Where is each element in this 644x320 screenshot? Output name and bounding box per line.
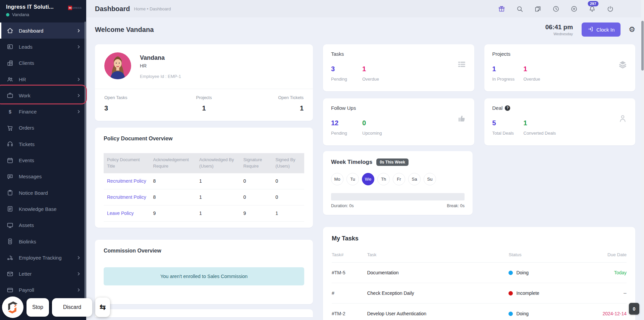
policy-cell: 1 xyxy=(196,205,240,221)
plus-circle-icon xyxy=(571,5,578,12)
sidebar-item-events[interactable]: Events xyxy=(0,152,86,168)
sidebar-item-label: Payroll xyxy=(19,287,34,293)
clock-button[interactable] xyxy=(552,5,559,12)
chevron-right-icon xyxy=(76,256,81,260)
sidebar-item-payroll[interactable]: Payroll xyxy=(0,282,86,298)
power-button[interactable] xyxy=(607,5,614,12)
sidebar-item-clients[interactable]: Clients xyxy=(0,55,86,71)
calendar-icon xyxy=(7,157,13,164)
swap-button[interactable]: ⇆ xyxy=(95,298,110,317)
sidebar-item-work[interactable]: Work xyxy=(0,87,86,103)
profile-name: Vandana xyxy=(140,54,181,61)
day-circle-mo[interactable]: Mo xyxy=(331,173,343,185)
sidebar-item-biolinks[interactable]: Biolinks xyxy=(0,233,86,249)
task-status: Doing xyxy=(508,311,591,316)
page-scrollbar[interactable] xyxy=(641,0,644,320)
stat-label: Open Tickets xyxy=(237,95,304,100)
sidebar-item-employee-tracking[interactable]: Employee Tracking xyxy=(0,249,86,266)
profile-info: Vandana HR Employee Id : EMP-1 xyxy=(140,54,181,79)
task-row[interactable]: #TM-5DocumentationDoingToday xyxy=(332,263,627,283)
sidebar-item-finance[interactable]: $Finance xyxy=(0,103,86,120)
chat-icon xyxy=(7,173,13,180)
page-scrollbar-thumb[interactable] xyxy=(641,21,644,71)
policy-cell: 1 xyxy=(272,205,304,221)
sidebar: Ingress IT Soluti... Vandana INGRESS Das… xyxy=(0,0,86,320)
floating-counter-badge[interactable]: 0 xyxy=(629,303,639,315)
profile-stats: Open Tasks3Projects1Open Tickets1 xyxy=(95,89,313,121)
metric-value: 1 xyxy=(524,119,556,127)
timelogs-days: MoTuWeThFrSaSu xyxy=(331,173,465,185)
sidebar-item-letter[interactable]: Letter xyxy=(0,266,86,282)
policy-document-link[interactable]: Recruitment Policy xyxy=(104,173,150,189)
metric-label: Total Deals xyxy=(492,131,524,136)
stop-button[interactable]: Stop xyxy=(26,298,49,317)
policy-document-link[interactable]: Leave Policy xyxy=(104,205,150,221)
policy-table-row: Recruitment Policy8100 xyxy=(104,189,304,205)
day-circle-we[interactable]: We xyxy=(362,173,374,185)
sidebar-item-knowledge-base[interactable]: Knowledge Base xyxy=(0,201,86,217)
sidebar-scrollbar[interactable] xyxy=(85,21,86,304)
hexagon-logo-icon xyxy=(6,301,19,314)
bell-button[interactable]: 297 xyxy=(589,5,596,12)
gear-icon[interactable]: ⚙ xyxy=(629,26,635,33)
envelope-icon xyxy=(7,271,13,277)
week-timelogs-card: Week Timelogs 0s This Week MoTuWeThFrSaS… xyxy=(323,151,473,215)
plus-circle-button[interactable] xyxy=(571,5,578,12)
bell-icon xyxy=(589,5,596,12)
timelogs-week-badge: 0s This Week xyxy=(376,158,409,166)
policy-cell: 0 xyxy=(240,173,272,189)
right-column: Tasks3Pending1OverdueProjects1In Progres… xyxy=(323,44,635,320)
policy-cell: 0 xyxy=(272,189,304,205)
thumb-up-icon xyxy=(457,114,466,123)
current-time: 06:41 pm xyxy=(545,24,573,31)
task-row[interactable]: #TM-2Develop User AuthenticationDoing202… xyxy=(332,304,627,320)
commission-card: Commission Overview You aren't enrolled … xyxy=(95,240,313,304)
recorder-logo[interactable] xyxy=(2,296,23,318)
day-circle-tu[interactable]: Tu xyxy=(346,173,359,185)
timelogs-title: Week Timelogs xyxy=(331,159,372,166)
metric-label: Converted Deals xyxy=(524,131,556,136)
sidebar-item-dashboard[interactable]: Dashboard xyxy=(0,22,86,39)
deal-card: Deal?5Total Deals1Converted Deals xyxy=(484,98,636,145)
main-area: Dashboard Home • Dashboard 297 Welcome V… xyxy=(86,0,644,320)
metric-overdue: 1Overdue xyxy=(362,65,393,82)
day-circle-su[interactable]: Su xyxy=(424,173,436,185)
gift-button[interactable] xyxy=(498,5,505,12)
sidebar-item-hr[interactable]: HR xyxy=(0,71,86,87)
metric-label: Upcoming xyxy=(362,131,393,136)
person-icon xyxy=(618,114,627,123)
stat-metrics: 1In Progress1Overdue xyxy=(492,65,628,82)
sidebar-item-messages[interactable]: Messages xyxy=(0,169,86,185)
policy-document-link[interactable]: Recruitment Policy xyxy=(104,189,150,205)
clock-in-button[interactable]: Clock In xyxy=(582,22,621,37)
sidebar-menu: DashboardLeadsClientsHRWork$FinanceOrder… xyxy=(0,22,86,298)
sidebar-item-orders[interactable]: Orders xyxy=(0,120,86,136)
stat-row-2: Follow Ups12Pending0UpcomingDeal?5Total … xyxy=(323,98,635,145)
sidebar-item-tickets[interactable]: Tickets xyxy=(0,136,86,152)
discard-button[interactable]: Discard xyxy=(52,298,92,317)
policy-table-row: Leave Policy9191 xyxy=(104,205,304,221)
metric-value: 5 xyxy=(492,119,524,127)
sidebar-item-label: Tickets xyxy=(19,141,35,147)
notes-button[interactable] xyxy=(534,5,541,12)
sidebar-item-notice-board[interactable]: Notice Board xyxy=(0,185,86,201)
clipboard-icon xyxy=(7,189,13,196)
sidebar-item-assets[interactable]: Assets xyxy=(0,217,86,233)
help-question-icon[interactable]: ? xyxy=(505,105,510,111)
policy-col-header: Signature Require xyxy=(240,153,272,173)
sidebar-item-leads[interactable]: Leads xyxy=(0,39,86,55)
search-button[interactable] xyxy=(516,5,523,12)
day-circle-sa[interactable]: Sa xyxy=(408,173,421,185)
day-circle-fr[interactable]: Fr xyxy=(393,173,405,185)
metric-label: Pending xyxy=(331,131,362,136)
day-circle-th[interactable]: Th xyxy=(377,173,390,185)
task-name: Check Exception Daily xyxy=(367,283,508,304)
chevron-right-icon xyxy=(76,109,81,114)
sidebar-item-label: HR xyxy=(19,77,26,82)
metric-converted-deals: 1Converted Deals xyxy=(524,119,556,136)
dashboard-columns: Vandana HR Employee Id : EMP-1 Open Task… xyxy=(86,44,644,320)
my-tasks-col-header: Task# xyxy=(332,250,367,263)
profile-stat-open-tickets: Open Tickets1 xyxy=(237,95,304,112)
task-row[interactable]: #Check Exception DailyIncomplete-- xyxy=(332,283,627,304)
profile-summary: Vandana HR Employee Id : EMP-1 xyxy=(95,44,313,89)
